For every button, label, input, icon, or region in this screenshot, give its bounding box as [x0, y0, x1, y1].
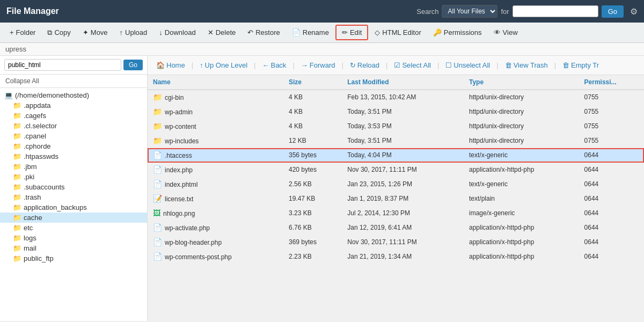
download-icon: ↓	[159, 28, 163, 36]
file-size-cell: 2.56 KB	[283, 177, 342, 192]
tree-item-mail[interactable]: 📁mail	[0, 243, 147, 253]
table-row[interactable]: 📁cgi-bin4 KBFeb 13, 2015, 10:42 AMhttpd/…	[148, 90, 644, 105]
col-perms[interactable]: Permissi...	[579, 75, 644, 90]
tree-item-root[interactable]: 💻(/home/demonethosted)	[0, 90, 147, 100]
rename-button[interactable]: 📄 Rename	[287, 26, 334, 39]
upload-icon: ↑	[120, 28, 123, 36]
collapse-all-button[interactable]: Collapse All	[0, 75, 147, 88]
tree-item-logs[interactable]: 📁logs	[0, 233, 147, 243]
select-all-icon: ☑	[394, 61, 400, 69]
download-button[interactable]: ↓ Download	[153, 26, 201, 39]
search-input[interactable]	[513, 5, 598, 17]
file-perms-cell: 0644	[579, 148, 644, 163]
edit-button[interactable]: ✏ Edit	[335, 25, 368, 40]
tree-item-etc[interactable]: 📁etc	[0, 223, 147, 233]
file-perms-cell: 0755	[579, 119, 644, 134]
file-name-cell: 📄wp-blog-header.php	[148, 235, 283, 250]
unselect-all-icon: ☐	[445, 61, 452, 69]
tree-item-label: mail	[24, 244, 36, 252]
table-row[interactable]: 📄wp-comments-post.php2.23 KBJan 21, 2019…	[148, 250, 644, 264]
tree-item-cpanel[interactable]: 📁.cpanel	[0, 131, 147, 141]
tree-item-cphorde[interactable]: 📁.cphorde	[0, 141, 147, 151]
permissions-button[interactable]: 🔑 Permissions	[428, 26, 487, 39]
tree-item-htpasswds[interactable]: 📁.htpasswds	[0, 151, 147, 162]
path-input[interactable]	[4, 59, 121, 71]
table-row[interactable]: 🖼nhlogo.png3.23 KBJul 2, 2014, 12:30 PMi…	[148, 206, 644, 221]
tree-item-pki[interactable]: 📁.pki	[0, 172, 147, 182]
folder-button[interactable]: + Folder	[4, 26, 41, 39]
search-label: Search	[416, 8, 438, 16]
tree-item-label: public_ftp	[24, 254, 54, 262]
select-all-button[interactable]: ☑ Select All	[390, 59, 435, 71]
file-perms-cell: 0755	[579, 134, 644, 148]
table-row[interactable]: 📄index.php420 bytesNov 30, 2017, 11:11 P…	[148, 163, 644, 177]
file-type-cell: text/plain	[464, 192, 579, 206]
unselect-all-button[interactable]: ☐ Unselect All	[441, 59, 494, 71]
home-button[interactable]: 🏠 Home	[152, 59, 189, 71]
restore-button[interactable]: ↶ Restore	[242, 26, 286, 39]
file-perms-cell: 0644	[579, 235, 644, 250]
folder-tree-icon: 📁	[13, 132, 21, 140]
view-button[interactable]: 👁 View	[488, 26, 523, 39]
upload-button[interactable]: ↑ Upload	[114, 26, 153, 39]
file-size-cell: 12 KB	[283, 134, 342, 148]
up-one-level-button[interactable]: ↑ Up One Level	[195, 59, 252, 71]
tree-item-trash[interactable]: 📁.trash	[0, 192, 147, 202]
settings-icon[interactable]: ⚙	[630, 6, 638, 17]
table-row[interactable]: 📄wp-activate.php6.76 KBJan 12, 2019, 6:4…	[148, 221, 644, 235]
table-row[interactable]: 📄wp-blog-header.php369 bytesNov 30, 2017…	[148, 235, 644, 250]
col-modified[interactable]: Last Modified	[342, 75, 464, 90]
col-name[interactable]: Name	[148, 75, 283, 90]
view-trash-button[interactable]: 🗑 View Trash	[501, 59, 552, 71]
copy-icon: ⧉	[47, 28, 52, 37]
file-size-cell: 4 KB	[283, 90, 342, 105]
breadcrumb: upress	[0, 43, 644, 56]
tree-item-cache[interactable]: 📁cache	[0, 213, 147, 223]
tree-item-subaccounts[interactable]: 📁.subaccounts	[0, 182, 147, 192]
table-row[interactable]: 📁wp-content4 KBToday, 3:53 PMhttpd/unix-…	[148, 119, 644, 134]
reload-button[interactable]: ↻ Reload	[346, 59, 384, 71]
file-name-cell: 📄wp-activate.php	[148, 221, 283, 235]
file-modified-cell: Feb 13, 2015, 10:42 AM	[342, 90, 464, 105]
tree-item-label: .trash	[24, 193, 41, 201]
col-type[interactable]: Type	[464, 75, 579, 90]
copy-button[interactable]: ⧉ Copy	[42, 26, 76, 40]
tree-area: 💻(/home/demonethosted)📁.appdata📁.cagefs📁…	[0, 88, 147, 321]
tree-item-cl.selector[interactable]: 📁.cl.selector	[0, 121, 147, 131]
file-size-cell: 3.23 KB	[283, 206, 342, 221]
table-row[interactable]: 📄index.phtml2.56 KBJan 23, 2015, 1:26 PM…	[148, 177, 644, 192]
file-type-cell: application/x-httpd-php	[464, 221, 579, 235]
tree-item-application_backups[interactable]: 📁application_backups	[0, 202, 147, 213]
file-name-cell: 📄wp-comments-post.php	[148, 250, 283, 264]
file-modified-cell: Nov 30, 2017, 11:11 PM	[342, 235, 464, 250]
empty-trash-button[interactable]: 🗑 Empty Tr	[558, 59, 603, 71]
col-size[interactable]: Size	[283, 75, 342, 90]
tree-item-label: .jbm	[24, 163, 37, 171]
tree-item-public_ftp[interactable]: 📁public_ftp	[0, 253, 147, 264]
empty-trash-icon: 🗑	[562, 61, 569, 69]
delete-button[interactable]: ✕ Delete	[202, 26, 241, 39]
folder-tree-icon: 📁	[13, 142, 21, 150]
table-row[interactable]: 📁wp-admin4 KBToday, 3:51 PMhttpd/unix-di…	[148, 105, 644, 119]
table-row[interactable]: 📝license.txt19.47 KBJan 1, 2019, 8:37 PM…	[148, 192, 644, 206]
table-row[interactable]: 📁wp-includes12 KBToday, 3:51 PMhttpd/uni…	[148, 134, 644, 148]
search-scope-select[interactable]: All Your Files File Name File Content	[442, 5, 497, 18]
forward-button[interactable]: → Forward	[297, 59, 340, 71]
table-row[interactable]: 📄.htaccess356 bytesToday, 4:04 PMtext/x-…	[148, 148, 644, 163]
back-button[interactable]: ← Back	[258, 59, 290, 71]
search-go-button[interactable]: Go	[602, 5, 624, 18]
path-go-button[interactable]: Go	[123, 60, 143, 70]
tree-item-jbm[interactable]: 📁.jbm	[0, 162, 147, 172]
file-type-icon: 📄	[153, 180, 162, 188]
folder-tree-icon: 📁	[13, 152, 21, 160]
tree-item-label: .cphorde	[24, 142, 51, 150]
tree-item-appdata[interactable]: 📁.appdata	[0, 100, 147, 111]
file-perms-cell: 0644	[579, 206, 644, 221]
html-editor-button[interactable]: ◇ HTML Editor	[369, 26, 426, 39]
folder-tree-icon: 📁	[13, 254, 21, 262]
file-perms-cell: 0644	[579, 250, 644, 264]
move-button[interactable]: ✦ Move	[77, 26, 113, 39]
path-bar: Go	[0, 56, 147, 75]
tree-item-cagefs[interactable]: 📁.cagefs	[0, 111, 147, 121]
tree-item-label: application_backups	[24, 203, 87, 211]
